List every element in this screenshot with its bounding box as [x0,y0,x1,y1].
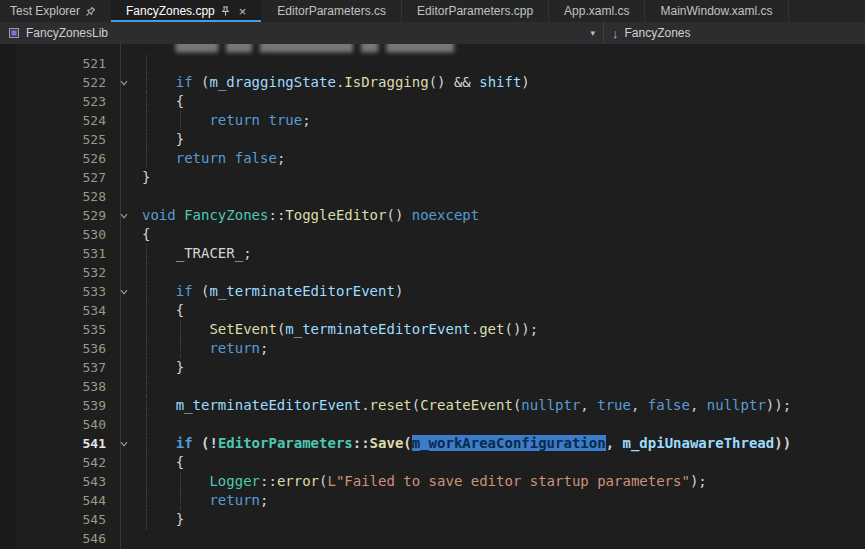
tab-label: App.xaml.cs [564,4,629,18]
code-line-529: 529void FancyZones::ToggleEditor() noexc… [0,206,865,225]
tab-editorparameters-cs[interactable]: EditorParameters.cs [262,0,402,22]
fold-gutter [110,529,137,548]
code-text[interactable]: } [137,130,865,149]
close-icon[interactable]: × [239,5,247,18]
fold-gutter [110,472,137,491]
code-line-534: 534 { [0,301,865,320]
tab-fancyzones-cpp[interactable]: FancyZones.cpp× [111,0,262,22]
code-text[interactable]: { [137,453,865,472]
code-text[interactable]: } [137,358,865,377]
code-text[interactable]: { [137,301,865,320]
line-number[interactable]: 542 [16,453,110,472]
selected-text[interactable]: m_workAreaConfiguration [412,435,606,451]
code-text[interactable]: return; [137,491,865,510]
vs-editor-window: Test Explorer FancyZones.cpp×EditorParam… [0,0,865,549]
indent-guide [146,73,147,92]
line-number[interactable]: 541 [16,434,110,453]
fold-gutter [110,130,137,149]
fold-chevron-icon[interactable] [110,73,137,92]
project-icon [8,27,20,39]
code-text[interactable] [137,187,865,206]
line-number[interactable]: 531 [16,244,110,263]
line-number[interactable]: 539 [16,396,110,415]
code-text[interactable]: ▆▆▆▆▆ ▆▆▆ ▆▆▆▆▆▆▆▆▆▆▆ ▆▆ ▆▆▆▆▆▆▆▆ [137,44,865,54]
indent-guide [146,472,147,491]
code-line-546: 546 [0,529,865,548]
line-number[interactable]: 534 [16,301,110,320]
code-text[interactable]: return true; [137,111,865,130]
line-number[interactable]: 528 [16,187,110,206]
line-number[interactable]: 526 [16,149,110,168]
fold-gutter [110,44,137,54]
code-text[interactable]: { [137,92,865,111]
code-text[interactable] [137,54,865,73]
code-lines: ▆▆▆▆▆ ▆▆▆ ▆▆▆▆▆▆▆▆▆▆▆ ▆▆ ▆▆▆▆▆▆▆▆521522 … [0,44,865,548]
line-number[interactable]: 535 [16,320,110,339]
code-line-545: 545 } [0,510,865,529]
pin-icon[interactable] [220,6,231,17]
fold-gutter [110,168,137,187]
code-text[interactable]: if (m_draggingState.IsDragging() && shif… [137,73,865,92]
fold-gutter [110,453,137,472]
code-text[interactable]: { [137,225,865,244]
line-number[interactable]: 522 [16,73,110,92]
line-number[interactable]: 537 [16,358,110,377]
line-number[interactable]: 527 [16,168,110,187]
code-text[interactable]: if (!EditorParameters::Save(m_workAreaCo… [137,434,865,453]
indent-guide [180,491,181,510]
code-text[interactable]: void FancyZones::ToggleEditor() noexcept [137,206,865,225]
tab-editorparameters-cpp[interactable]: EditorParameters.cpp [402,0,549,22]
line-number[interactable]: 530 [16,225,110,244]
code-text[interactable]: SetEvent(m_terminateEditorEvent.get()); [137,320,865,339]
code-editor[interactable]: ▆▆▆▆▆ ▆▆▆ ▆▆▆▆▆▆▆▆▆▆▆ ▆▆ ▆▆▆▆▆▆▆▆521522 … [0,44,865,549]
fold-chevron-icon[interactable] [110,206,137,225]
code-text[interactable] [137,377,865,396]
code-text[interactable]: _TRACER_; [137,244,865,263]
fold-gutter [110,187,137,206]
line-number[interactable]: 521 [16,54,110,73]
pin-icon[interactable] [85,6,96,17]
code-line-531: 531 _TRACER_; [0,244,865,263]
tab-app-xaml-cs[interactable]: App.xaml.cs [549,0,645,22]
line-number[interactable] [16,44,110,54]
code-line-524: 524 return true; [0,111,865,130]
line-number[interactable]: 540 [16,415,110,434]
tab-mainwindow-xaml-cs[interactable]: MainWindow.xaml.cs [645,0,788,22]
line-number[interactable]: 543 [16,472,110,491]
member-dropdown[interactable]: ↓ FancyZones [604,22,865,44]
code-text[interactable]: return; [137,339,865,358]
code-text[interactable] [137,263,865,282]
line-number[interactable]: 533 [16,282,110,301]
line-number[interactable]: 524 [16,111,110,130]
fold-gutter [110,92,137,111]
code-line-540: 540 [0,415,865,434]
indent-guide [146,415,147,434]
line-number[interactable]: 529 [16,206,110,225]
indent-guide [146,282,147,301]
code-text[interactable]: return false; [137,149,865,168]
line-number[interactable]: 536 [16,339,110,358]
line-number[interactable]: 523 [16,92,110,111]
code-text[interactable]: m_terminateEditorEvent.reset(CreateEvent… [137,396,865,415]
fold-chevron-icon[interactable] [110,282,137,301]
indent-guide [146,491,147,510]
code-text[interactable]: } [137,510,865,529]
indent-guide [146,434,147,453]
line-number[interactable]: 532 [16,263,110,282]
line-number[interactable]: 544 [16,491,110,510]
fold-chevron-icon[interactable] [110,434,137,453]
code-text[interactable] [137,415,865,434]
line-number[interactable]: 545 [16,510,110,529]
code-text[interactable] [137,529,865,548]
indent-guide [146,130,147,149]
fold-gutter [110,396,137,415]
tab-test-explorer[interactable]: Test Explorer [0,0,106,22]
code-text[interactable]: Logger::error(L"Failed to save editor st… [137,472,865,491]
line-number[interactable]: 525 [16,130,110,149]
code-text[interactable]: if (m_terminateEditorEvent) [137,282,865,301]
code-text[interactable]: } [137,168,865,187]
line-number[interactable]: 546 [16,529,110,548]
project-dropdown[interactable]: FancyZonesLib ▾ [0,22,604,44]
line-number[interactable]: 538 [16,377,110,396]
indent-guide [146,320,147,339]
